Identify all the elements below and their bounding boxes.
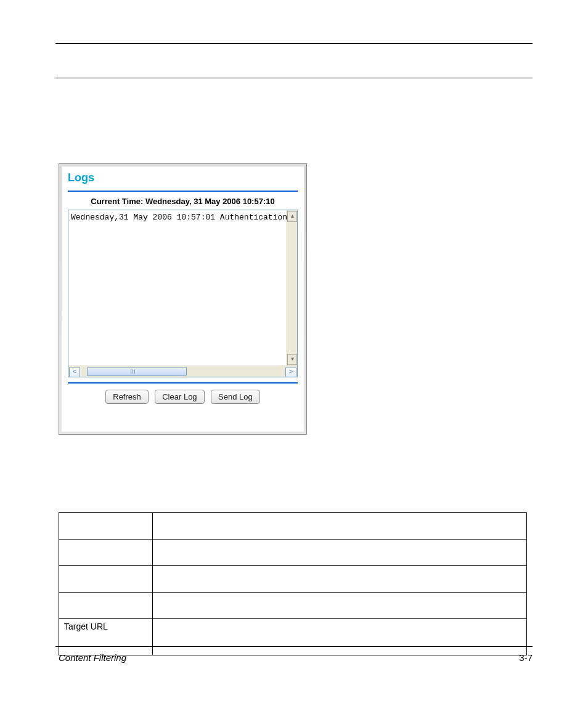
log-textarea[interactable]: Wednesday,31 May 2006 10:57:01 Authentic… <box>68 210 298 377</box>
table-row <box>59 540 527 566</box>
table-cell <box>153 513 527 540</box>
scroll-down-icon[interactable]: ▾ <box>287 354 297 365</box>
footer-section-title: Content Filtering <box>59 652 126 663</box>
hscroll-track[interactable] <box>81 367 285 376</box>
table-row <box>59 593 527 619</box>
table-cell <box>153 593 527 619</box>
table-row <box>59 513 527 540</box>
scroll-up-icon[interactable]: ▴ <box>287 211 297 222</box>
logs-panel: Logs Current Time: Wednesday, 31 May 200… <box>59 163 307 435</box>
thumb-grip-icon <box>131 369 136 374</box>
footer-page-number: 3-7 <box>519 652 533 663</box>
table-cell <box>59 513 153 540</box>
logs-divider-bottom <box>68 382 298 384</box>
table-row: Target URL <box>59 619 527 655</box>
horizontal-scrollbar[interactable]: < > <box>68 366 297 377</box>
clear-log-button[interactable]: Clear Log <box>155 390 204 404</box>
logs-title: Logs <box>62 166 304 191</box>
logs-button-row: Refresh Clear Log Send Log <box>62 390 304 404</box>
hscroll-thumb[interactable] <box>87 367 187 376</box>
header-rule-2 <box>55 78 533 78</box>
table-cell <box>153 566 527 593</box>
scroll-left-icon[interactable]: < <box>69 367 80 377</box>
header-rule-1 <box>55 43 533 44</box>
logs-panel-inner: Logs Current Time: Wednesday, 31 May 200… <box>62 166 304 432</box>
scroll-right-icon[interactable]: > <box>285 367 296 377</box>
table-cell <box>59 593 153 619</box>
current-time-label: Current Time: Wednesday, 31 May 2006 10:… <box>62 197 304 206</box>
footer-rule <box>55 646 533 647</box>
logs-divider-top <box>68 191 298 192</box>
page-footer: Content Filtering 3-7 <box>59 652 533 663</box>
table-row <box>59 566 527 593</box>
log-fields-table: Target URL <box>59 512 527 655</box>
log-entry: Wednesday,31 May 2006 10:57:01 Authentic… <box>68 210 297 222</box>
table-cell <box>59 540 153 566</box>
table-cell <box>153 540 527 566</box>
table-cell <box>153 619 527 655</box>
target-url-cell: Target URL <box>59 619 153 655</box>
table-cell <box>59 566 153 593</box>
send-log-button[interactable]: Send Log <box>211 390 260 404</box>
refresh-button[interactable]: Refresh <box>105 390 149 404</box>
vertical-scrollbar[interactable]: ▴ ▾ <box>287 210 297 366</box>
